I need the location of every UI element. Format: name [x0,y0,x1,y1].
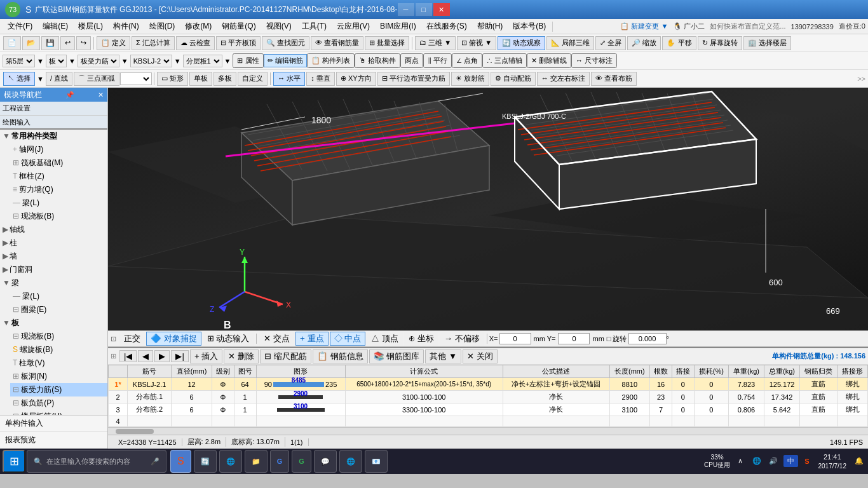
tree-ring-beam[interactable]: ⊟ 圈梁(E) [10,303,107,316]
mic-icon[interactable]: 🎤 [151,458,159,466]
tb-cross-label[interactable]: ↔ 交左右标注 [537,72,590,86]
table-row[interactable]: 1* KBSLJ-2.1 12 Φ 64 90 8485 [109,378,868,391]
tb-top-view[interactable]: ⊡ 俯视 ▼ [457,36,496,50]
tree-slab-hole[interactable]: ⊞ 板洞(N) [10,370,107,383]
notification-icon[interactable]: 🔔 [853,455,865,468]
menu-cloud-app[interactable]: 云应用(V) [332,20,375,33]
task-search[interactable]: 🔍 在这里输入你要搜索的内容 🎤 [27,450,166,473]
menu-rebar-qty[interactable]: 钢筋量(Q) [217,20,261,33]
tb-auto-config[interactable]: ⚙ 自动配筋 [491,72,536,86]
task-icon-5[interactable]: G [270,450,290,473]
tb-3d[interactable]: 🗂 三维 ▼ [415,36,456,50]
dt-close[interactable]: ✕ 关闭 [463,349,498,363]
expand-tray[interactable]: ∧ [734,455,747,468]
dt-scale-rebar[interactable]: ⊟ 缩尺配筋 [260,349,311,363]
table-scroll-container[interactable]: 筋号 直径(mm) 级别 图号 图形 计算公式 公式描述 长度(mm) 根数 搭… [108,365,868,427]
tree-beam-L[interactable]: — 梁(L) [10,290,107,303]
tb-delete-aux[interactable]: ✕ 删除辅线 [527,53,571,68]
nav-last[interactable]: ▶| [171,350,188,362]
tb-xy-dir[interactable]: ⊕ XY方向 [336,72,376,86]
snap-center[interactable]: ◇ 中点 [330,332,366,346]
x-input[interactable] [499,333,531,344]
type-select[interactable]: 板 [46,55,67,67]
tb-horizontal[interactable]: ↔ 水平 [273,72,305,86]
tb-save[interactable]: 💾 [41,36,59,50]
tb-pan[interactable]: ✋ 平移 [662,36,696,50]
tb-zoom[interactable]: 🔎 缩放 [627,36,661,50]
tb-multi-slab[interactable]: 多板 [214,72,236,86]
menu-modify[interactable]: 修改(M) [180,20,217,33]
tree-slab-group[interactable]: ▼板 [0,316,107,330]
task-icon-8[interactable]: 🌐 [339,450,362,473]
volume-icon[interactable]: 🔊 [767,455,780,468]
tree-cast-slab[interactable]: ⊟ 现浇板(B) [10,210,107,223]
draw-input[interactable]: 绘图输入 [0,116,107,130]
single-component-input[interactable]: 单构件输入 [0,416,107,432]
rotate-input[interactable] [628,333,667,344]
close-button[interactable]: ✕ [433,3,450,16]
maximize-button[interactable]: □ [416,3,432,16]
snap-dynamic[interactable]: ⊞ 动态输入 [203,332,254,346]
hscroll-thumb[interactable] [116,429,154,434]
tree-beam-group[interactable]: ▼梁 [0,276,107,290]
tree-door-window[interactable]: ▶门窗洞 [0,263,107,276]
new-change-btn[interactable]: 📋 新建变更 ▼ [620,22,668,31]
dt-add[interactable]: + 插入 [190,349,223,363]
snap-object[interactable]: 🔷 对象捕捉 [146,332,201,346]
viewport-3d[interactable]: 1800 [108,88,868,330]
tb-select-floor[interactable]: 🏢 选择楼层 [743,36,791,50]
snap-no-offset[interactable]: → 不偏移 [440,332,484,346]
minimize-button[interactable]: ─ [398,3,414,16]
code-select[interactable]: KBSLJ-2 [130,55,172,67]
menu-tools[interactable]: 工具(T) [297,20,332,33]
tb-rect[interactable]: ▭ 矩形 [157,72,188,86]
tb-radial-rebar[interactable]: ☀ 放射筋 [451,72,489,86]
tree-raft-foundation[interactable]: ⊞ 筏板基础(M) [10,156,107,170]
tb-screen-rotate[interactable]: ↻ 屏幕旋转 [698,36,742,50]
menu-component[interactable]: 构件(N) [108,20,144,33]
start-button[interactable]: ⊞ [3,450,25,473]
tb-custom[interactable]: 自定义 [238,72,268,86]
task-icon-3[interactable]: 🌐 [219,450,242,473]
menu-file[interactable]: 文件(F) [3,20,37,33]
snap-orthogonal[interactable]: 正交 [119,332,145,346]
snap-vertex[interactable]: △ 顶点 [367,332,403,346]
tb-redo[interactable]: ↪ [76,36,91,50]
tree-common-components[interactable]: ▼常用构件类型 [0,130,107,143]
tb-property[interactable]: ⊞ 属性 [233,53,263,68]
menu-floor[interactable]: 楼层(L) [73,20,108,33]
tree-floor-rebar[interactable]: ⊟ 楼层板筋(H) [10,410,107,415]
nav-first[interactable]: |◀ [119,350,137,362]
tb-view-rebar-layout[interactable]: 👁 查看布筋 [591,72,637,86]
dt-delete[interactable]: ✕ 删除 [224,349,259,363]
tb-align-slab[interactable]: ⊟ 平齐板顶 [216,36,261,50]
task-icon-7[interactable]: 💬 [314,450,337,473]
table-row[interactable]: 2 分布筋.1 6 Φ 1 2900 [109,391,868,403]
antivirus-icon[interactable]: S [802,458,811,465]
datetime[interactable]: 21:41 2017/7/12 [816,452,850,470]
table-hscroll[interactable] [108,427,868,435]
table-row[interactable]: 3 分布筋.2 6 Φ 1 3100 [109,403,868,416]
tb-parallel[interactable]: ‖ 平行 [423,53,452,68]
menu-online[interactable]: 在线服务(S) [421,20,472,33]
tree-column[interactable]: ▶柱 [0,236,107,250]
task-gjd-app[interactable]: S [170,450,191,473]
tb-new[interactable]: 📄 [3,36,21,50]
tb-define[interactable]: 📋 定义 [97,36,130,50]
tree-cast-slab2[interactable]: ⊟ 现浇板(B) [10,330,107,343]
tree-slab-rebar[interactable]: ⊟ 板受力筋(S) [10,383,107,396]
tb-single-slab[interactable]: 单板 [189,72,212,86]
tb-find-elem[interactable]: 🔍 查找图元 [262,36,309,50]
dt-rebar-info[interactable]: 📋 钢筋信息 [313,349,368,363]
tb-component-list[interactable]: 📋 构件列表 [307,53,355,68]
tb-pick-component[interactable]: 🖱 拾取构件 [355,53,400,68]
snap-intersection[interactable]: ✕ 交点 [259,332,294,346]
task-icon-2[interactable]: 🔄 [194,450,217,473]
task-icon-4[interactable]: 📁 [245,450,268,473]
tb-two-point[interactable]: 两点 [400,53,423,68]
tb-batch-select[interactable]: ⊞ 批量选择 [365,36,409,50]
tb-arc[interactable]: ⌒ 三点画弧 [74,72,119,86]
floor-select[interactable]: 第5层 [3,55,35,67]
nav-next[interactable]: ▶ [154,350,170,362]
tb-edit-rebar[interactable]: ✏ 编辑钢筋 [264,54,307,67]
